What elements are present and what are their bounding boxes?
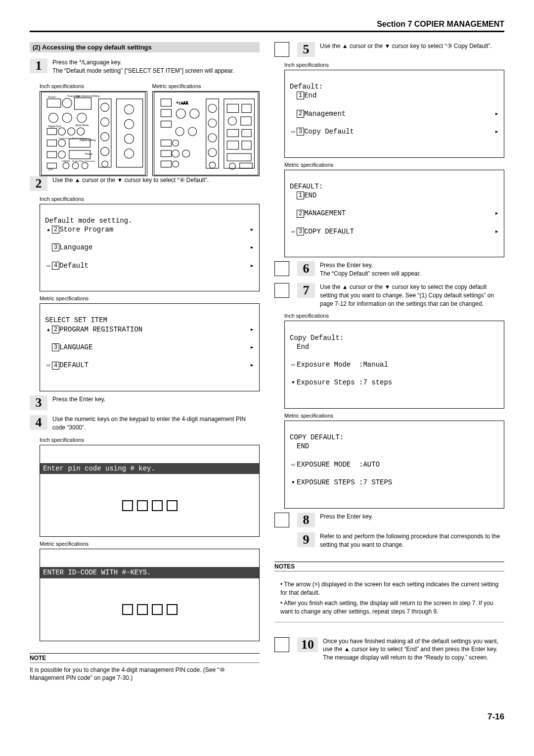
lcd-row: End [297, 342, 499, 351]
lcd-row: Management [304, 109, 491, 118]
svg-point-56 [182, 150, 189, 157]
svg-point-18 [63, 162, 69, 169]
svg-rect-7 [47, 128, 56, 135]
lcd-row: COPY DEFAULT [304, 227, 491, 236]
svg-text:* / AÄÂ: * / AÄÂ [177, 100, 188, 105]
svg-point-63 [208, 148, 217, 156]
svg-rect-76 [239, 163, 252, 168]
svg-point-60 [208, 104, 217, 112]
svg-point-9 [68, 128, 75, 135]
lcd-default-mode-metric: SELECT SET ITEM ▴2 PROGRAM REGISTRATION▸… [40, 303, 260, 391]
spec-label: Metric specifications [40, 295, 260, 301]
step-text: Press the Enter key. [52, 395, 260, 410]
step-2: 2 Use the ▲ cursor or the ▼ cursor key t… [30, 176, 260, 191]
lcd-pin-inch: Enter pin code using # key. [40, 445, 260, 537]
step-text: Once you have finished making all of the… [323, 637, 504, 662]
step-text: The “Copy Default” screen will appear. [320, 270, 504, 278]
spec-label: Metric specifications [284, 162, 504, 168]
spec-label: Inch specifications [284, 313, 504, 319]
svg-rect-57 [161, 161, 171, 167]
svg-rect-27 [117, 98, 143, 167]
lcd-row: END [304, 191, 491, 200]
step-number: 6 [297, 261, 315, 276]
svg-point-20 [82, 162, 88, 169]
lcd-title: Default: [290, 83, 323, 91]
step-6: 6 Press the Enter key. The “Copy Default… [274, 261, 504, 278]
svg-rect-11 [47, 140, 56, 146]
svg-rect-71 [242, 129, 251, 137]
svg-rect-46 [161, 109, 171, 117]
svg-rect-54 [161, 150, 171, 157]
lcd-row: End [304, 91, 491, 100]
svg-rect-65 [223, 98, 254, 168]
spec-label: Metric specifications [284, 413, 504, 419]
svg-rect-44 [161, 98, 171, 106]
lcd-row: Store Program [59, 225, 246, 234]
svg-point-62 [208, 134, 217, 142]
svg-point-47 [176, 109, 185, 118]
svg-point-6 [77, 113, 87, 122]
panel-icon [274, 513, 289, 527]
svg-rect-14 [47, 151, 56, 158]
lcd-title: SELECT SET ITEM [45, 316, 107, 324]
lcd-pin-metric: ENTER ID-CODE WITH #-KEYS. [40, 549, 260, 641]
svg-point-2 [62, 98, 72, 107]
lcd-row: PROGRAM REGISTRATION [59, 325, 246, 334]
panel-svg: * / AÄÂ [153, 92, 260, 176]
panel-icon [274, 637, 289, 652]
svg-rect-1 [47, 98, 61, 107]
svg-text:Auto Selection/Filing: Auto Selection/Filing [76, 94, 99, 97]
lcd-row: EXPOSURE STEPS :7 STEPS [297, 478, 499, 487]
step-number: 9 [297, 532, 315, 547]
lcd-default-inch: Default: 1 End 2 Management▸ ⇨3 Copy Def… [284, 70, 504, 158]
svg-rect-70 [227, 129, 238, 137]
svg-text:Book Mode: Book Mode [76, 124, 89, 127]
divider [274, 622, 504, 622]
lcd-row: Language [59, 243, 246, 252]
spec-label: Inch specifications [284, 62, 504, 68]
lcd-row: MANAGEMENT [304, 209, 491, 218]
svg-point-51 [188, 127, 196, 136]
svg-rect-74 [227, 153, 251, 161]
step-10: 10 Once you have finished making all of … [274, 637, 504, 662]
svg-point-25 [101, 147, 109, 155]
step-text: Use the numeric keys on the keypad to en… [52, 415, 260, 432]
lcd-title: COPY DEFAULT: [290, 433, 344, 441]
right-column: 5 Use the ▲ cursor or the ▼ cursor key t… [274, 42, 504, 682]
svg-text:Sort: Sort [48, 168, 53, 171]
svg-point-30 [124, 134, 134, 143]
svg-text:Preset: Preset [85, 152, 93, 155]
lcd-title: DEFAULT: [290, 183, 323, 190]
panel-icon [274, 283, 289, 298]
section-header: Section 7 COPIER MANAGEMENT [30, 20, 504, 32]
panel-icon [274, 261, 289, 276]
spec-label: Inch specifications [40, 196, 260, 202]
step-number: 2 [30, 176, 47, 191]
control-panel-diagram-inch: */Language Punch Auto Selection/Filing B… [40, 91, 147, 176]
step-5: 5 Use the ▲ cursor or the ▼ cursor key t… [274, 42, 504, 57]
control-panel-diagram-metric: * / AÄÂ [152, 91, 260, 176]
step-number: 10 [297, 637, 318, 652]
lcd-row: Exposure Mode :Manual [297, 360, 499, 369]
step-4: 4 Use the numeric keys on the keypad to … [30, 415, 260, 432]
lcd-row: EXPOSURE MODE :AUTO [297, 460, 499, 469]
spec-label: Metric specifications [40, 541, 260, 547]
note-heading: NOTE [30, 653, 260, 663]
panel-svg: */Language Punch Auto Selection/Filing B… [40, 92, 147, 176]
step-number: 4 [30, 415, 47, 430]
lcd-row: END [297, 442, 499, 451]
svg-point-61 [208, 119, 217, 127]
lcd-title: Default mode setting. [45, 217, 132, 225]
step-number: 3 [30, 395, 47, 410]
svg-point-4 [48, 113, 58, 122]
svg-rect-73 [242, 141, 251, 149]
note-item: After you finish each setting, the displ… [280, 599, 504, 616]
lcd-bar: Enter pin code using # key. [40, 463, 259, 474]
svg-point-58 [172, 161, 178, 167]
step-8: 8 Press the Enter key. [274, 513, 504, 527]
pin-boxes [45, 495, 254, 516]
svg-point-26 [102, 161, 108, 167]
step-text: Press the Enter key. [320, 261, 504, 270]
svg-point-64 [209, 162, 216, 168]
svg-point-55 [172, 150, 179, 157]
